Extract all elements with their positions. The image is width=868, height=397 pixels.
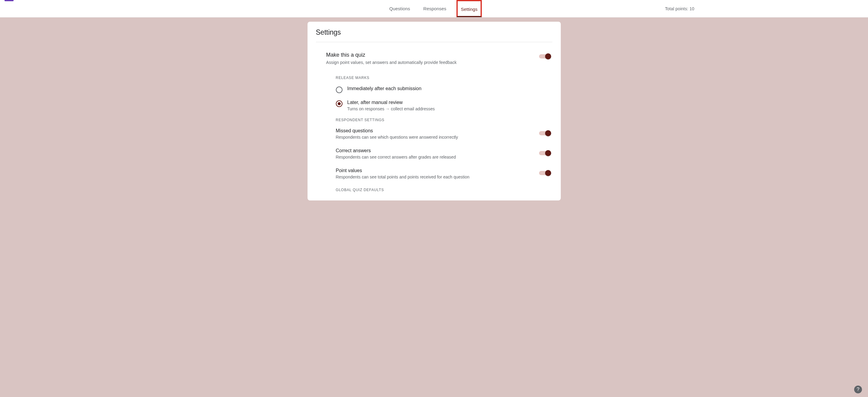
toggle-knob-icon [545,150,551,156]
missed-questions-row: Missed questions Respondents can see whi… [336,128,551,140]
correct-answers-desc: Respondents can see correct answers afte… [336,155,456,159]
radio-immediately-label: Immediately after each submission [347,86,422,91]
release-marks-heading: RELEASE MARKS [336,76,551,80]
correct-answers-row: Correct answers Respondents can see corr… [336,148,551,159]
forms-logo [4,0,13,1]
respondent-settings-heading: RESPONDENT SETTINGS [336,118,551,122]
point-values-title: Point values [336,168,470,173]
make-quiz-row: Make this a quiz Assign point values, se… [326,51,551,65]
radio-checked-icon [336,100,342,107]
radio-later-label: Later, after manual review [347,100,435,105]
point-values-toggle[interactable] [539,171,551,175]
tab-settings-label: Settings [461,7,477,12]
radio-unchecked-icon [336,87,342,93]
point-values-row: Point values Respondents can see total p… [336,168,551,179]
point-values-desc: Respondents can see total points and poi… [336,175,470,179]
global-quiz-defaults-heading: GLOBAL QUIZ DEFAULTS [336,188,551,192]
tab-responses[interactable]: Responses [420,0,449,17]
header: Questions Responses Settings Total point… [0,0,868,18]
correct-answers-toggle[interactable] [539,151,551,155]
missed-questions-toggle[interactable] [539,131,551,135]
correct-answers-title: Correct answers [336,148,456,153]
settings-card: Settings Make this a quiz Assign point v… [308,22,561,201]
total-points-label: Total points: 10 [665,6,694,11]
missed-questions-desc: Respondents can see which questions were… [336,135,458,140]
radio-inner-dot [338,102,341,105]
missed-questions-title: Missed questions [336,128,458,133]
radio-later[interactable]: Later, after manual review Turns on resp… [336,100,551,111]
release-marks-radio-group: Immediately after each submission Later,… [336,86,551,111]
make-quiz-title: Make this a quiz [326,51,533,59]
tab-settings[interactable]: Settings [457,0,482,17]
tab-questions[interactable]: Questions [386,0,413,17]
quiz-section: Make this a quiz Assign point values, se… [316,42,552,192]
make-quiz-toggle[interactable] [539,54,551,59]
help-button[interactable]: ? [854,386,862,393]
content-viewport: Settings Make this a quiz Assign point v… [198,18,671,397]
radio-later-sub: Turns on responses → collect email addre… [347,106,435,111]
card-title: Settings [316,28,552,42]
toggle-knob-icon [545,130,551,136]
toggle-knob-icon [545,170,551,176]
help-icon: ? [857,387,860,392]
make-quiz-desc: Assign point values, set answers and aut… [326,60,533,65]
tabs: Questions Responses Settings [386,0,482,17]
toggle-knob-icon [545,53,551,59]
radio-immediately[interactable]: Immediately after each submission [336,86,551,93]
